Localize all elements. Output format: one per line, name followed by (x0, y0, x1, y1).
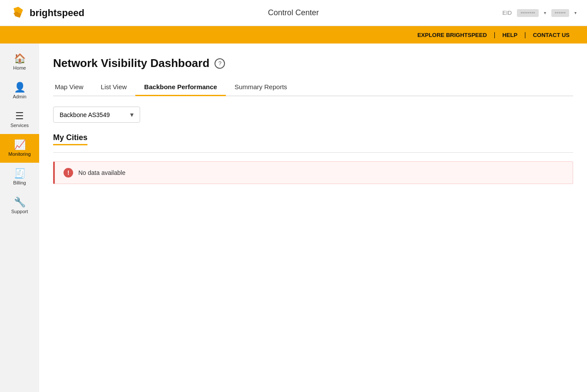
eid-label: EID (503, 10, 512, 16)
home-icon: 🏠 (14, 54, 26, 64)
page-title-row: Network Visibility Dashboard ? (53, 57, 573, 70)
content-area: Network Visibility Dashboard ? Map View … (39, 44, 587, 392)
sidebar-label-admin: Admin (13, 94, 26, 99)
tab-backbone-performance[interactable]: Backbone Performance (135, 79, 226, 96)
error-circle-icon: ! (64, 168, 73, 178)
sidebar-item-admin[interactable]: 👤 Admin (0, 77, 39, 105)
backbone-dropdown-value: Backbone AS3549 (60, 111, 110, 118)
admin-icon: 👤 (14, 83, 26, 92)
user-dropdown-arrow[interactable]: ▾ (574, 10, 577, 15)
tab-summary-reports[interactable]: Summary Reports (226, 79, 296, 96)
backbone-dropdown[interactable]: Backbone AS3549 ▾ (53, 107, 140, 123)
error-alert: ! No data available (53, 161, 573, 184)
sidebar-item-monitoring[interactable]: 📈 Monitoring (0, 134, 39, 163)
sidebar-item-billing[interactable]: 🧾 Billing (0, 163, 39, 191)
eid-value: •••••••• (517, 9, 539, 17)
page-title: Network Visibility Dashboard (53, 57, 209, 70)
gold-nav-bar: EXPLORE BRIGHTSPEED | HELP | CONTACT US (0, 26, 587, 44)
sidebar: 🏠 Home 👤 Admin ☰ Services 📈 Monitoring 🧾… (0, 44, 39, 392)
sidebar-label-services: Services (10, 123, 29, 128)
nav-explore[interactable]: EXPLORE BRIGHTSPEED (410, 32, 494, 38)
my-cities-section: My Cities ! No data available (53, 133, 573, 184)
sidebar-item-services[interactable]: ☰ Services (0, 105, 39, 134)
billing-icon: 🧾 (14, 169, 26, 178)
nav-contact[interactable]: CONTACT US (526, 32, 577, 38)
sidebar-item-support[interactable]: 🔧 Support (0, 191, 39, 220)
logo-text: brightspeed (30, 7, 84, 19)
sidebar-label-monitoring: Monitoring (8, 151, 30, 157)
support-icon: 🔧 (14, 198, 26, 207)
help-icon[interactable]: ? (215, 58, 225, 69)
tabs-container: Map View List View Backbone Performance … (53, 79, 573, 96)
help-icon-label: ? (218, 60, 221, 67)
sidebar-label-support: Support (11, 209, 28, 214)
logo-icon (10, 5, 26, 21)
tab-map-view[interactable]: Map View (53, 79, 92, 96)
sidebar-item-home[interactable]: 🏠 Home (0, 48, 39, 77)
monitoring-icon: 📈 (14, 140, 26, 150)
eid-dropdown-arrow[interactable]: ▾ (544, 10, 546, 15)
logo-area: brightspeed (10, 5, 84, 21)
center-title: Control Center (268, 8, 319, 17)
nav-help[interactable]: HELP (495, 32, 524, 38)
tab-list-view[interactable]: List View (92, 79, 136, 96)
chevron-down-icon: ▾ (130, 111, 134, 119)
services-icon: ☰ (15, 111, 24, 121)
sidebar-label-home: Home (13, 65, 26, 70)
header-right: EID •••••••• ▾ •••••• ▾ (503, 9, 577, 17)
user-value: •••••• (551, 9, 569, 17)
section-divider (53, 152, 573, 153)
main-layout: 🏠 Home 👤 Admin ☰ Services 📈 Monitoring 🧾… (0, 44, 587, 392)
error-message: No data available (78, 169, 125, 176)
sidebar-label-billing: Billing (13, 180, 26, 185)
my-cities-title: My Cities (53, 133, 87, 145)
top-header: brightspeed Control Center EID •••••••• … (0, 0, 587, 26)
